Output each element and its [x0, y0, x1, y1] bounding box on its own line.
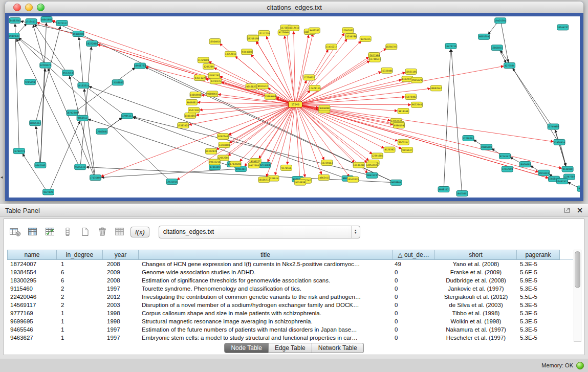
- column-header-title[interactable]: title: [139, 250, 393, 260]
- network-node[interactable]: 9468552: [77, 115, 88, 121]
- control-panel-collapse-icon[interactable]: ◂: [1, 174, 3, 180]
- column-header-year[interactable]: year: [103, 250, 139, 260]
- network-node[interactable]: 9126392: [384, 147, 395, 152]
- delete-rows-trash-icon[interactable]: [95, 225, 110, 238]
- network-node[interactable]: 9744349: [209, 164, 221, 170]
- network-node[interactable]: 13069408: [265, 94, 276, 99]
- network-node[interactable]: 13134171: [26, 19, 37, 25]
- network-node[interactable]: 10183314: [78, 82, 89, 88]
- delete-table-icon[interactable]: [112, 225, 127, 238]
- network-node[interactable]: 19866179: [577, 186, 580, 191]
- network-node[interactable]: 9638865: [390, 180, 402, 185]
- network-node[interactable]: 9622045: [411, 102, 423, 107]
- network-node[interactable]: 16339406: [381, 68, 393, 73]
- network-node[interactable]: 18222804: [86, 40, 98, 46]
- network-node[interactable]: 9427157: [398, 139, 409, 145]
- table-vertical-scrollbar[interactable]: [574, 250, 581, 342]
- network-node[interactable]: 13140388: [353, 162, 364, 168]
- network-node[interactable]: 10244737: [557, 25, 569, 30]
- network-node[interactable]: 9304098: [319, 105, 330, 111]
- network-node[interactable]: 11857792: [208, 73, 220, 78]
- scrollbar-thumb[interactable]: [575, 251, 580, 288]
- table-row[interactable]: 946362711997Embryonic stem cells: a mode…: [7, 334, 573, 342]
- network-node[interactable]: 12431016: [166, 179, 178, 185]
- network-node[interactable]: 10855367: [30, 120, 41, 126]
- network-node[interactable]: 15792275: [13, 148, 25, 154]
- zoom-window-button[interactable]: [37, 4, 45, 11]
- network-node[interactable]: 9458256: [9, 18, 20, 24]
- network-node[interactable]: 12749488: [548, 124, 559, 129]
- network-node[interactable]: 11729609: [198, 57, 209, 63]
- network-node[interactable]: 9949938: [9, 33, 19, 39]
- network-node[interactable]: 9911673: [257, 83, 268, 89]
- network-node[interactable]: 18212418: [288, 25, 299, 31]
- network-node[interactable]: 9608112: [438, 187, 449, 192]
- network-node[interactable]: 9482202: [309, 28, 320, 33]
- network-node[interactable]: 17240: [289, 101, 302, 107]
- network-node[interactable]: 11740671: [369, 56, 381, 62]
- network-node[interactable]: 12082601: [96, 128, 107, 134]
- network-node[interactable]: 9945629: [411, 77, 423, 83]
- table-row[interactable]: 911546021997Tourette syndrome. Phenomeno…: [7, 285, 573, 293]
- table-row[interactable]: 946554611997Estimation of the future num…: [7, 325, 573, 334]
- network-node[interactable]: 9762246: [217, 134, 229, 139]
- tab-node-table[interactable]: Node Table: [224, 343, 269, 353]
- network-node[interactable]: 13248408: [219, 142, 230, 148]
- network-node[interactable]: 9344680: [242, 49, 253, 55]
- network-node[interactable]: 11322878: [205, 148, 216, 154]
- network-node[interactable]: 15079492: [405, 94, 417, 99]
- table-row[interactable]: 969969511998Structural magnetic resonanc…: [7, 317, 573, 325]
- column-header-in_degree[interactable]: in_degree: [57, 250, 103, 260]
- network-node[interactable]: 19958723: [134, 63, 145, 69]
- network-node[interactable]: 10218198: [248, 36, 259, 41]
- network-canvas[interactable]: 9458256131341711604108512373117994993819…: [9, 16, 580, 198]
- network-node[interactable]: 9353823: [246, 84, 257, 90]
- network-node[interactable]: 16564016: [209, 39, 221, 45]
- network-node[interactable]: 9818348: [398, 108, 409, 114]
- network-node[interactable]: 9316637: [402, 147, 413, 153]
- network-canvas-svg[interactable]: 9458256131341711604108512373117994993819…: [9, 16, 580, 198]
- column-header-short[interactable]: short: [435, 250, 517, 260]
- minimize-window-button[interactable]: [25, 4, 33, 11]
- network-node[interactable]: 9880065: [207, 91, 218, 97]
- network-node[interactable]: 9178556: [281, 165, 292, 170]
- network-node[interactable]: 9041523: [366, 172, 378, 178]
- network-node[interactable]: 9527330: [188, 107, 200, 113]
- table-row[interactable]: 1456911722003Disruption of a novel membe…: [7, 301, 573, 309]
- table-select[interactable]: citations_edges.txt ▲▼: [159, 226, 360, 238]
- network-node[interactable]: 11864893: [185, 113, 196, 118]
- network-node[interactable]: 18266707: [386, 44, 397, 50]
- close-panel-icon[interactable]: ✕: [577, 207, 583, 214]
- network-node[interactable]: 9974324: [538, 170, 550, 176]
- network-node[interactable]: 19189272: [258, 177, 270, 183]
- tab-edge-table[interactable]: Edge Table: [269, 343, 312, 353]
- network-node[interactable]: 11416217: [325, 44, 337, 50]
- window-titlebar[interactable]: citations_edges.txt: [5, 2, 583, 13]
- table-settings-icon[interactable]: [8, 225, 23, 238]
- network-node[interactable]: 12053075: [366, 162, 377, 168]
- network-node[interactable]: 11926514: [554, 139, 565, 145]
- network-node[interactable]: 9396159: [394, 123, 405, 128]
- table-row[interactable]: 1938455462009Genome-wide association stu…: [7, 268, 573, 276]
- float-panel-icon[interactable]: [564, 206, 571, 215]
- table-row[interactable]: 2242004622012Investigating the contribut…: [7, 293, 573, 301]
- network-node[interactable]: 9351122: [194, 75, 205, 80]
- network-node[interactable]: 9069881: [186, 99, 198, 105]
- new-file-icon[interactable]: [77, 225, 93, 238]
- column-header-name[interactable]: name: [7, 250, 57, 260]
- network-node[interactable]: 19475051: [456, 191, 468, 196]
- network-node[interactable]: 17428111: [309, 85, 320, 91]
- network-node[interactable]: 13383525: [178, 123, 189, 128]
- network-node[interactable]: 9277504: [504, 63, 515, 69]
- network-node[interactable]: 17995117: [121, 113, 133, 119]
- network-node[interactable]: 19806003: [481, 144, 492, 150]
- network-node[interactable]: 17208261: [463, 136, 474, 141]
- network-node[interactable]: 9705694: [25, 79, 36, 85]
- network-node[interactable]: 19408200: [73, 31, 84, 37]
- network-node[interactable]: 13752016: [225, 51, 236, 57]
- network-node[interactable]: 13111219: [258, 30, 270, 36]
- network-node[interactable]: 12220221: [40, 62, 51, 68]
- close-window-button[interactable]: [13, 4, 21, 11]
- network-node[interactable]: 18926693: [519, 162, 531, 167]
- network-node[interactable]: 17072699: [502, 166, 513, 172]
